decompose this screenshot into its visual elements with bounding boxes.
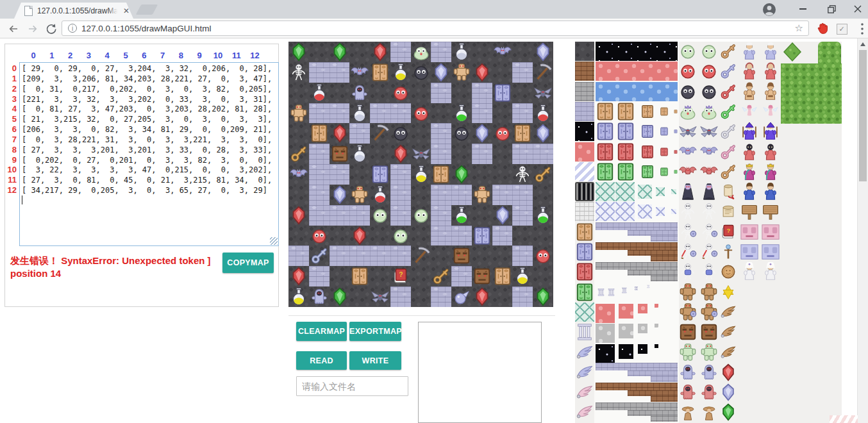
palette-monster-moth[interactable] bbox=[699, 122, 719, 141]
palette-monster-skeleton-armor[interactable] bbox=[678, 262, 697, 281]
palette-monster-ghost-lavender[interactable] bbox=[699, 363, 719, 382]
map-cell-potion-yellow[interactable] bbox=[411, 164, 431, 185]
map-cell-gem-green[interactable] bbox=[330, 286, 350, 307]
palette-pillar[interactable] bbox=[647, 283, 650, 290]
map-cell-brick[interactable] bbox=[330, 103, 350, 124]
palette-tile[interactable] bbox=[596, 202, 615, 221]
map-cell-dark-stone[interactable] bbox=[472, 42, 492, 62]
map-cell-dark-stone[interactable] bbox=[288, 123, 309, 144]
map-canvas[interactable]: ? bbox=[288, 42, 553, 307]
map-cell-ghost[interactable] bbox=[349, 83, 370, 103]
palette-tile[interactable] bbox=[638, 185, 652, 199]
palette-door-red[interactable] bbox=[596, 142, 615, 162]
map-cell-brick[interactable] bbox=[309, 62, 330, 83]
map-cell-brick[interactable] bbox=[330, 205, 350, 226]
palette-monster-bat[interactable] bbox=[678, 142, 697, 162]
map-cell-dark-stone[interactable] bbox=[512, 226, 533, 246]
palette-item-key-ornate[interactable] bbox=[719, 163, 737, 181]
palette-monster-mummy[interactable] bbox=[699, 283, 719, 302]
map-cell-gem-red[interactable] bbox=[370, 42, 390, 62]
map-cell-brick[interactable] bbox=[390, 185, 411, 205]
map-cell-door-tan[interactable] bbox=[431, 164, 451, 185]
bookmark-star-icon[interactable]: ☆ bbox=[795, 22, 803, 34]
palette-character-king[interactable] bbox=[761, 162, 780, 181]
palette-character-boy-blue[interactable] bbox=[740, 182, 759, 201]
palette-texture-wing-pink[interactable] bbox=[575, 383, 594, 402]
palette-monster-zombie-green[interactable] bbox=[699, 343, 719, 362]
map-cell-brick[interactable] bbox=[512, 103, 533, 124]
map-cell-dark-stone[interactable] bbox=[472, 164, 492, 185]
map-cell-brick[interactable] bbox=[451, 266, 472, 286]
map-cell-golem[interactable] bbox=[349, 185, 370, 205]
palette-tile[interactable] bbox=[638, 204, 652, 219]
map-cell-monster-green[interactable] bbox=[390, 226, 411, 246]
palette-monster-mummy-shield[interactable] bbox=[678, 303, 697, 322]
palette-pattern-px-blueclouds[interactable] bbox=[596, 82, 678, 101]
palette-swatch[interactable] bbox=[638, 344, 647, 354]
map-cell-door-purple[interactable] bbox=[370, 164, 390, 185]
palette-texture-door-lavender[interactable] bbox=[575, 242, 594, 261]
map-cell-dark-stone[interactable] bbox=[349, 286, 370, 307]
map-cell-dark-stone[interactable] bbox=[512, 83, 533, 103]
tab-close-icon[interactable]: ✕ bbox=[123, 8, 129, 14]
map-cell-brick[interactable] bbox=[390, 245, 411, 266]
map-cell-potion-clear[interactable] bbox=[451, 42, 472, 62]
map-cell-pickaxe[interactable] bbox=[411, 245, 431, 266]
palette-monster-villager-hat[interactable] bbox=[678, 402, 697, 422]
palette-monster-slime-crown[interactable] bbox=[678, 102, 697, 121]
palette-door-lavender[interactable] bbox=[616, 122, 635, 141]
map-cell-monster-green[interactable] bbox=[370, 205, 390, 226]
map-cell-dark-stone[interactable] bbox=[330, 226, 350, 246]
palette-character-elder-blue[interactable] bbox=[761, 42, 780, 61]
palette-swatch[interactable] bbox=[596, 344, 615, 363]
palette-item-key-tan[interactable] bbox=[719, 42, 737, 60]
palette-monster-stone-face[interactable] bbox=[678, 322, 697, 342]
palette-item-book-question[interactable]: ? bbox=[719, 223, 737, 241]
map-cell-brick[interactable] bbox=[431, 286, 451, 307]
palette-door-lavender[interactable] bbox=[596, 122, 615, 141]
map-cell-brick[interactable] bbox=[512, 205, 533, 226]
map-cell-orb-winged[interactable] bbox=[451, 286, 472, 307]
palette-monster-skeleton-shield[interactable] bbox=[699, 222, 719, 242]
palette-swatch[interactable] bbox=[655, 324, 658, 328]
map-cell-monster-dark[interactable] bbox=[451, 123, 472, 144]
palette-texture-px-diag[interactable] bbox=[575, 162, 594, 181]
map-cell-dark-stone[interactable] bbox=[370, 266, 390, 286]
map-cell-dark-stone[interactable] bbox=[533, 185, 553, 205]
map-cell-gem-green[interactable] bbox=[533, 286, 553, 307]
palette-monster-ball-green[interactable] bbox=[699, 42, 719, 61]
palette-item-coin-face[interactable] bbox=[719, 263, 737, 281]
palette-texture-px-graybrick[interactable] bbox=[575, 82, 594, 101]
palette-swatch[interactable] bbox=[655, 344, 658, 348]
close-button[interactable] bbox=[845, 0, 868, 18]
palette-item-staff[interactable] bbox=[719, 243, 737, 261]
map-cell-monster-red[interactable] bbox=[390, 83, 411, 103]
palette-pillar[interactable] bbox=[607, 283, 615, 302]
palette-tile[interactable] bbox=[615, 202, 635, 221]
map-cell-brick[interactable] bbox=[512, 185, 533, 205]
palette-monster-vampire[interactable] bbox=[678, 182, 697, 201]
map-cell-brick[interactable] bbox=[288, 245, 309, 266]
info-icon[interactable]: i bbox=[68, 24, 77, 33]
map-cell-dark-stone[interactable] bbox=[370, 226, 390, 246]
map-cell-brick[interactable] bbox=[431, 226, 451, 246]
palette-item-key-pink[interactable] bbox=[719, 143, 737, 161]
map-cell-bat-purple[interactable] bbox=[492, 42, 513, 62]
map-cell-gem-green[interactable] bbox=[330, 42, 350, 62]
map-cell-gem-red[interactable] bbox=[472, 62, 492, 83]
map-cell-book-question[interactable]: ? bbox=[390, 266, 411, 286]
omnibox[interactable]: i 127.0.0.1:1055/drawMapGUI.html ☆ bbox=[62, 21, 809, 36]
map-cell-brick[interactable] bbox=[512, 286, 533, 307]
map-cell-brick[interactable] bbox=[512, 144, 533, 164]
map-cell-dark-stone[interactable] bbox=[330, 266, 350, 286]
map-cell-brick[interactable] bbox=[309, 205, 330, 226]
palette-item-key-pale[interactable] bbox=[719, 122, 737, 140]
forward-button[interactable] bbox=[24, 21, 41, 37]
palette-item-key-green[interactable] bbox=[719, 103, 737, 120]
map-cell-dark-stone[interactable] bbox=[330, 83, 350, 103]
palette-monster-ball-red[interactable] bbox=[678, 62, 697, 81]
map-cell-potion-red[interactable] bbox=[309, 83, 330, 103]
read-button[interactable]: READ bbox=[296, 351, 347, 370]
map-cell-brick[interactable] bbox=[309, 185, 330, 205]
map-cell-potion-green[interactable] bbox=[451, 103, 472, 124]
